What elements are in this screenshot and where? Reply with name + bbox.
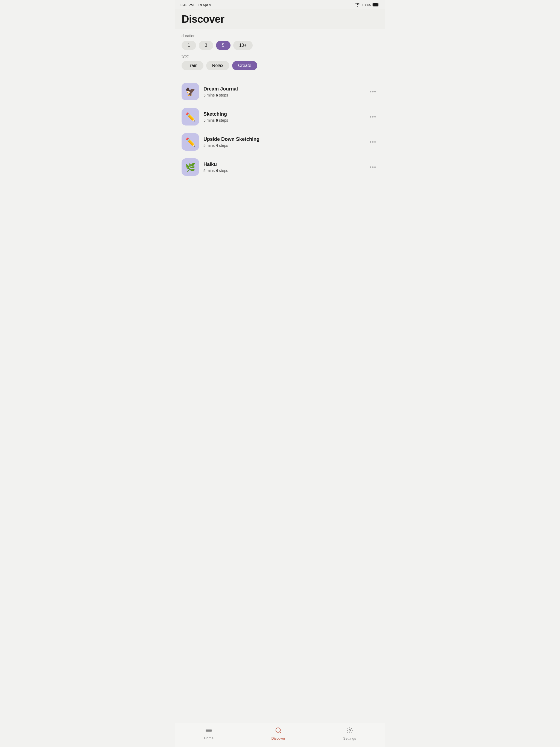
item-icon-haiku: 🌿: [182, 158, 199, 176]
nav-settings-label: Settings: [343, 736, 356, 741]
item-content-haiku: Haiku 5 mins 4 steps: [199, 162, 367, 173]
status-date: Fri Apr 9: [198, 3, 211, 7]
item-meta-haiku: 5 mins 4 steps: [203, 169, 363, 173]
status-time-date: 3:43 PM Fri Apr 9: [180, 3, 211, 7]
item-meta-upside-down-sketching: 5 mins 4 steps: [203, 143, 363, 148]
duration-label: duration: [182, 34, 378, 38]
duration-chip-1[interactable]: 1: [182, 41, 196, 50]
duration-chip-10[interactable]: 10+: [233, 41, 253, 50]
header: Discover: [175, 9, 385, 29]
status-bar: 3:43 PM Fri Apr 9 100%: [175, 0, 385, 9]
item-icon-dream-journal: 🦅: [182, 83, 199, 100]
item-more-dream-journal[interactable]: •••: [367, 87, 378, 96]
item-title-upside-down-sketching: Upside Down Sketching: [203, 136, 363, 142]
item-icon-upside-down-sketching: ✏️: [182, 133, 199, 151]
list-item-dream-journal[interactable]: 🦅 Dream Journal 5 mins 6 steps •••: [175, 79, 385, 104]
type-chip-relax[interactable]: Relax: [206, 61, 229, 70]
svg-point-7: [349, 729, 351, 731]
home-icon: [205, 727, 212, 735]
item-title-dream-journal: Dream Journal: [203, 86, 363, 92]
item-content-sketching: Sketching 5 mins 6 steps: [199, 111, 367, 123]
list-item-sketching[interactable]: ✏️ Sketching 5 mins 6 steps •••: [175, 104, 385, 129]
bottom-nav: Home Discover Settings: [175, 723, 385, 747]
item-title-haiku: Haiku: [203, 162, 363, 168]
item-more-sketching[interactable]: •••: [367, 113, 378, 121]
content-list: 🦅 Dream Journal 5 mins 6 steps ••• ✏️ Sk…: [175, 76, 385, 723]
battery-percentage: 100%: [362, 3, 371, 7]
nav-item-discover[interactable]: Discover: [272, 727, 285, 741]
svg-rect-3: [206, 730, 212, 731]
item-title-sketching: Sketching: [203, 111, 363, 117]
nav-item-home[interactable]: Home: [204, 727, 213, 740]
item-content-dream-journal: Dream Journal 5 mins 6 steps: [199, 86, 367, 97]
item-icon-sketching: ✏️: [182, 108, 199, 126]
duration-chip-5[interactable]: 5: [216, 41, 230, 50]
status-time: 3:43 PM: [180, 3, 194, 7]
wifi-icon: [355, 3, 360, 7]
svg-rect-4: [206, 731, 212, 732]
nav-discover-label: Discover: [272, 736, 285, 741]
page-title: Discover: [182, 14, 378, 25]
duration-chip-3[interactable]: 3: [199, 41, 213, 50]
duration-filter-row: 13510+: [182, 41, 378, 50]
type-chip-create[interactable]: Create: [232, 61, 257, 70]
nav-home-label: Home: [204, 736, 213, 740]
filters-section: duration 13510+ type TrainRelaxCreate: [175, 29, 385, 76]
type-label: type: [182, 54, 378, 58]
item-meta-sketching: 5 mins 6 steps: [203, 118, 363, 123]
list-item-upside-down-sketching[interactable]: ✏️ Upside Down Sketching 5 mins 4 steps …: [175, 129, 385, 154]
item-meta-dream-journal: 5 mins 6 steps: [203, 93, 363, 97]
svg-rect-2: [206, 729, 212, 729]
type-chip-train[interactable]: Train: [182, 61, 203, 70]
type-filter-row: TrainRelaxCreate: [182, 61, 378, 70]
settings-icon: [347, 727, 353, 735]
list-item-haiku[interactable]: 🌿 Haiku 5 mins 4 steps •••: [175, 154, 385, 180]
svg-line-6: [280, 732, 281, 733]
item-content-upside-down-sketching: Upside Down Sketching 5 mins 4 steps: [199, 136, 367, 148]
battery-icon: [373, 3, 380, 7]
discover-icon: [275, 727, 282, 735]
item-more-upside-down-sketching[interactable]: •••: [367, 138, 378, 146]
svg-rect-1: [373, 3, 378, 6]
nav-item-settings[interactable]: Settings: [343, 727, 356, 741]
status-icons: 100%: [355, 3, 380, 7]
item-more-haiku[interactable]: •••: [367, 163, 378, 172]
